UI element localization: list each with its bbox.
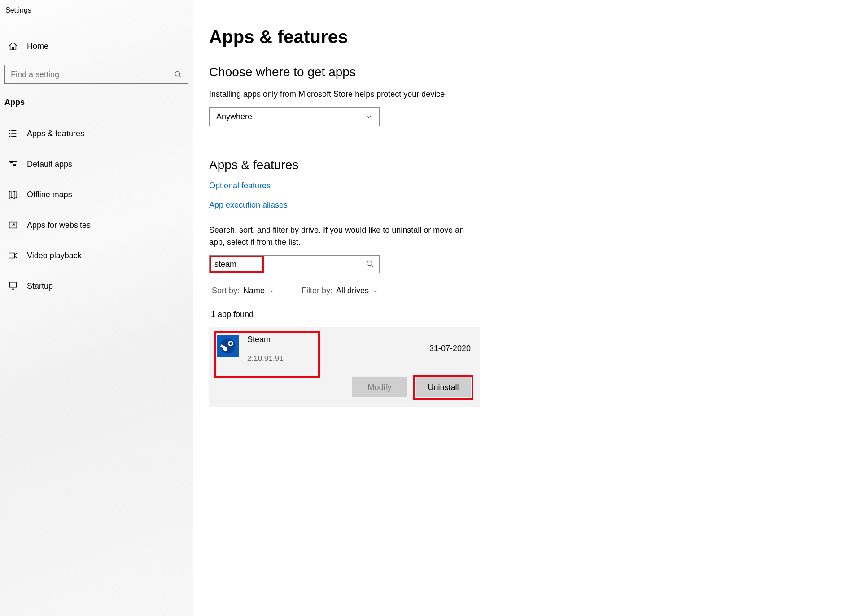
app-install-date: 31-07-2020	[429, 344, 471, 353]
apps-search-input[interactable]	[214, 260, 366, 269]
settings-search[interactable]	[4, 65, 188, 84]
button-label: Uninstall	[428, 383, 459, 392]
open-external-icon	[8, 220, 18, 230]
choose-help: Installing apps only from Microsoft Stor…	[209, 88, 588, 100]
filter-label: Filter by:	[302, 286, 332, 295]
choose-heading: Choose where to get apps	[209, 65, 588, 79]
filter-value: All drives	[336, 286, 369, 295]
svg-rect-16	[10, 282, 17, 287]
modify-button: Modify	[352, 377, 407, 397]
sidebar-item-default-apps[interactable]: Default apps	[0, 152, 193, 176]
app-version: 2.10.91.91	[247, 354, 421, 363]
page-title: Apps & features	[209, 27, 588, 47]
sidebar-item-video-playback[interactable]: Video playback	[0, 243, 193, 268]
chevron-down-icon	[268, 288, 275, 294]
search-icon	[174, 70, 182, 78]
svg-point-18	[367, 261, 372, 266]
main-content: Apps & features Choose where to get apps…	[193, 0, 606, 616]
home-icon	[8, 41, 18, 51]
sidebar-item-label: Offline maps	[27, 190, 72, 200]
filter-help: Search, sort, and filter by drive. If yo…	[209, 224, 478, 248]
search-icon	[366, 260, 374, 268]
svg-point-22	[229, 342, 232, 345]
steam-app-icon	[217, 335, 239, 357]
chevron-down-icon	[372, 288, 379, 294]
settings-search-input[interactable]	[11, 70, 174, 79]
apps-features-heading: Apps & features	[209, 158, 588, 172]
video-icon	[8, 251, 18, 260]
sort-value: Name	[243, 286, 265, 295]
sidebar-item-label: Default apps	[27, 160, 72, 169]
svg-point-0	[175, 71, 180, 76]
svg-rect-15	[9, 253, 15, 258]
filter-by-control[interactable]: Filter by: All drives	[302, 286, 379, 295]
sidebar-item-label: Startup	[27, 282, 53, 291]
home-label: Home	[27, 42, 48, 51]
chevron-down-icon	[365, 113, 372, 120]
uninstall-button[interactable]: Uninstall	[416, 377, 471, 397]
svg-point-2	[9, 130, 10, 131]
sort-by-control[interactable]: Sort by: Name	[212, 286, 275, 295]
sidebar-item-offline-maps[interactable]: Offline maps	[0, 182, 193, 207]
window-title: Settings	[0, 4, 193, 17]
sidebar-item-label: Apps & features	[27, 129, 84, 139]
app-list-item[interactable]: Steam 2.10.91.91 31-07-2020 Modify Unins…	[209, 327, 480, 407]
home-nav[interactable]: Home	[0, 36, 193, 56]
sidebar-item-label: Video playback	[27, 251, 82, 260]
app-name: Steam	[247, 335, 421, 344]
sliders-icon	[8, 159, 18, 169]
sidebar-item-apps-websites[interactable]: Apps for websites	[0, 213, 193, 237]
startup-icon	[8, 281, 18, 291]
sidebar-nav: Apps & features Default apps Offline	[0, 121, 193, 298]
svg-point-6	[9, 136, 10, 137]
svg-line-19	[371, 265, 373, 267]
list-icon	[8, 129, 18, 139]
app-execution-aliases-link[interactable]: App execution aliases	[209, 200, 288, 210]
sidebar-section: Apps	[0, 84, 193, 112]
sidebar: Settings Home Apps	[0, 0, 193, 616]
dropdown-value: Anywhere	[216, 112, 252, 121]
sort-label: Sort by:	[212, 286, 240, 295]
map-icon	[8, 190, 18, 200]
result-count: 1 app found	[209, 310, 588, 319]
optional-features-link[interactable]: Optional features	[209, 181, 271, 191]
app-source-dropdown[interactable]: Anywhere	[209, 107, 380, 126]
button-label: Modify	[367, 383, 391, 392]
sidebar-item-label: Apps for websites	[27, 221, 91, 230]
sidebar-item-apps-features[interactable]: Apps & features	[0, 121, 193, 146]
svg-line-1	[179, 75, 181, 77]
svg-point-4	[9, 133, 10, 134]
apps-search[interactable]	[209, 255, 380, 273]
sidebar-item-startup[interactable]: Startup	[0, 274, 193, 298]
